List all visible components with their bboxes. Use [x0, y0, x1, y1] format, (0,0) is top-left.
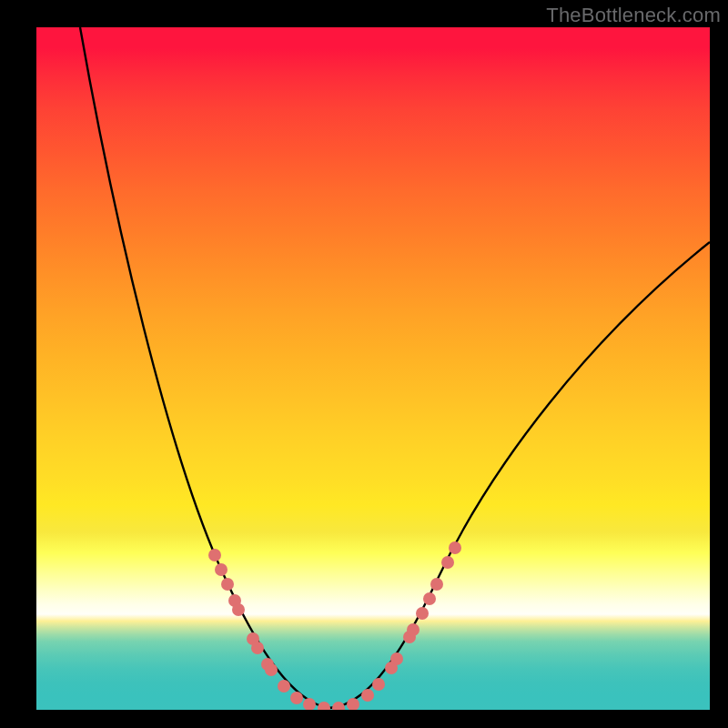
bottleneck-curve: [36, 27, 710, 710]
svg-point-1: [215, 563, 228, 576]
dots-left: [208, 549, 345, 710]
svg-point-22: [423, 592, 436, 605]
curve-path: [80, 27, 710, 708]
svg-point-20: [407, 623, 420, 636]
svg-point-14: [347, 698, 359, 710]
svg-point-23: [430, 578, 443, 591]
svg-point-12: [318, 702, 330, 710]
watermark-text: TheBottleneck.com: [546, 4, 721, 27]
svg-point-9: [278, 680, 290, 693]
svg-point-25: [449, 541, 461, 554]
svg-point-16: [372, 678, 385, 691]
svg-point-8: [265, 663, 278, 676]
svg-point-13: [332, 702, 345, 710]
svg-point-4: [232, 603, 245, 616]
svg-point-24: [441, 556, 454, 569]
svg-point-15: [361, 689, 374, 702]
svg-point-10: [290, 692, 303, 704]
plot-area: [36, 27, 710, 710]
svg-point-6: [251, 642, 264, 654]
svg-point-0: [208, 549, 221, 561]
dots-right: [347, 541, 461, 710]
svg-point-21: [416, 607, 429, 620]
svg-point-18: [390, 652, 403, 665]
svg-point-2: [221, 578, 234, 591]
chart-container: TheBottleneck.com: [0, 0, 728, 728]
svg-point-11: [303, 698, 316, 710]
